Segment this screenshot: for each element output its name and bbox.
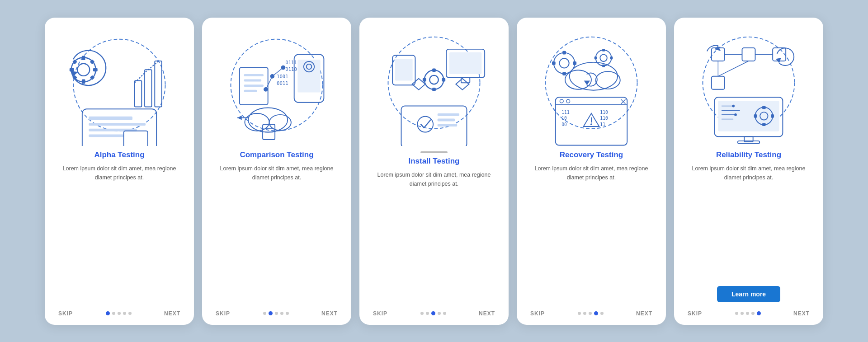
svg-point-82 [570,62,618,90]
dot-3 [118,312,121,315]
svg-rect-119 [771,114,774,117]
dot-2 [583,312,586,315]
svg-line-40 [266,76,273,89]
dot-5 [443,312,446,315]
alpha-dots [106,311,132,315]
svg-rect-12 [135,80,142,107]
dot-1 [106,311,110,315]
dot-1 [263,312,266,315]
install-dots [420,311,446,315]
svg-text:111: 111 [561,109,570,114]
card-alpha-testing: Alpha Testing Lorem ipsum dolor sit dim … [45,18,194,325]
svg-text:0011: 0011 [277,80,288,86]
install-testing-desc: Lorem ipsum dolor sit dim amet, mea regi… [368,170,500,300]
svg-rect-24 [297,60,320,93]
dot-5 [286,312,289,315]
svg-point-65 [417,116,433,132]
svg-rect-21 [124,131,148,145]
svg-rect-6 [70,68,74,71]
reliability-testing-desc: Lorem ipsum dolor sit dim amet, mea regi… [683,164,814,280]
dot-3 [589,312,592,315]
svg-rect-72 [562,51,566,54]
dot-3 [275,312,278,315]
dot-4 [751,312,755,315]
comparison-skip-button[interactable]: SKIP [216,310,230,317]
svg-rect-61 [423,78,426,81]
recovery-next-button[interactable]: NEXT [636,310,652,317]
svg-marker-85 [584,80,590,85]
reliability-skip-button[interactable]: SKIP [688,310,702,317]
svg-rect-118 [754,114,757,117]
svg-rect-51 [449,52,482,74]
card-reliability-testing: Reliability Testing Lorem ipsum dolor si… [674,18,823,325]
svg-point-100 [590,123,592,125]
svg-point-43 [269,114,291,130]
card-install-testing: Install Testing Lorem ipsum dolor sit di… [359,18,509,325]
svg-rect-73 [562,72,566,75]
svg-point-71 [559,58,569,68]
svg-line-109 [718,61,749,76]
install-next-button[interactable]: NEXT [479,310,495,317]
card-recovery-testing: 111 10 00 110 110 11 Recovery Testing Lo… [517,18,666,325]
alpha-next-button[interactable]: NEXT [164,310,180,317]
svg-rect-14 [155,61,161,107]
svg-text:1001: 1001 [277,73,288,79]
alpha-testing-title: Alpha Testing [94,150,144,159]
comparison-next-button[interactable]: NEXT [321,310,338,317]
svg-text:11: 11 [600,122,605,127]
cards-container: Alpha Testing Lorem ipsum dolor sit dim … [27,4,841,338]
learn-more-button[interactable]: Learn more [717,286,780,302]
install-skip-button[interactable]: SKIP [373,310,387,317]
svg-rect-5 [93,68,98,71]
alpha-testing-nav: SKIP NEXT [54,307,185,317]
svg-rect-67 [438,118,455,121]
svg-rect-3 [82,56,85,60]
svg-rect-117 [762,123,766,126]
comparison-testing-nav: SKIP NEXT [211,307,342,317]
alpha-skip-button[interactable]: SKIP [58,310,73,317]
svg-point-2 [77,63,90,75]
install-bottom-line [420,151,448,153]
svg-point-89 [566,99,570,103]
svg-rect-13 [145,70,151,107]
reliability-dots [735,311,761,315]
reliability-next-button[interactable]: NEXT [793,310,810,317]
svg-rect-80 [610,56,613,59]
dot-1 [578,312,581,315]
recovery-testing-nav: SKIP NEXT [526,307,657,317]
svg-rect-78 [602,48,605,51]
dot-2 [426,312,429,315]
svg-rect-102 [742,48,755,61]
dot-4 [280,312,283,315]
svg-rect-15 [82,109,156,146]
dot-5 [757,311,761,315]
svg-rect-18 [89,123,146,126]
svg-point-69 [546,37,637,128]
dot-5 [128,312,132,315]
reliability-testing-illustration [683,28,814,146]
svg-rect-34 [244,84,264,87]
comparison-testing-desc: Lorem ipsum dolor sit dim amet, mea regi… [211,164,342,300]
svg-rect-60 [432,87,436,91]
dot-2 [112,312,115,315]
recovery-testing-illustration: 111 10 00 110 110 11 [526,28,657,146]
recovery-dots [578,311,604,315]
recovery-skip-button[interactable]: SKIP [530,310,545,317]
svg-rect-35 [244,89,257,92]
svg-rect-66 [438,113,459,116]
comparison-testing-illustration: 0111 0110 1001 0011 [211,28,342,146]
svg-point-57 [425,70,444,89]
svg-rect-81 [594,56,597,59]
svg-text:0111: 0111 [285,59,297,65]
dot-1 [420,312,424,315]
svg-rect-62 [442,78,445,81]
comparison-dots [263,311,289,315]
reliability-testing-nav: SKIP NEXT [683,307,814,317]
dot-2 [741,312,744,315]
svg-point-77 [600,54,607,61]
svg-point-58 [429,75,438,84]
dot-4 [594,311,598,315]
svg-rect-68 [438,124,458,126]
dot-5 [600,312,604,315]
svg-rect-54 [395,59,413,80]
